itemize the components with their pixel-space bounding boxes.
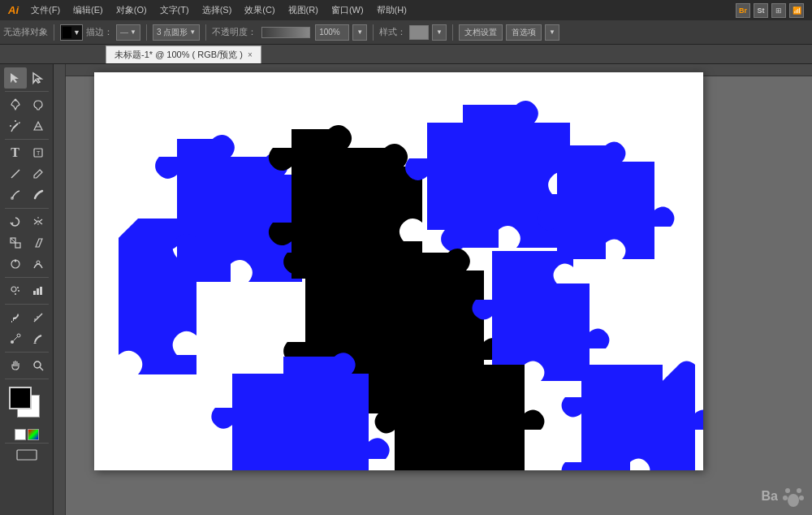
menu-help[interactable]: 帮助(H) <box>371 2 412 18</box>
menu-effect[interactable]: 效果(C) <box>239 2 280 18</box>
menu-object[interactable]: 对象(O) <box>110 2 153 18</box>
gradient-swatch[interactable] <box>28 429 39 440</box>
svg-point-17 <box>11 287 16 292</box>
rotate-tool[interactable] <box>4 211 27 232</box>
screen-mode-button[interactable] <box>9 446 45 464</box>
text-tool[interactable]: T <box>4 142 27 163</box>
measure-tool[interactable] <box>27 307 50 328</box>
svg-line-30 <box>40 367 43 370</box>
doc-settings-button[interactable]: 文档设置 <box>459 24 503 41</box>
toolbar-sep-5 <box>452 24 453 41</box>
menu-file[interactable]: 文件(F) <box>25 2 66 18</box>
stroke-style-dropdown[interactable]: — ▼ <box>116 24 140 41</box>
touch-type-tool[interactable]: T <box>27 142 50 163</box>
tool-row-9 <box>4 253 50 275</box>
toolbar-sep-2 <box>146 24 147 41</box>
artwork-svg: .blue-piece { fill: #1a1aff; } .black-pi… <box>94 72 703 470</box>
magic-wand-tool[interactable] <box>4 115 27 136</box>
chevron-down-icon-2: ▼ <box>189 28 196 36</box>
opacity-input[interactable] <box>315 24 349 41</box>
svg-point-33 <box>785 488 790 493</box>
opacity-bar <box>261 27 310 38</box>
brush-tool[interactable] <box>4 184 27 206</box>
column-graph-tool[interactable] <box>27 280 50 301</box>
tool-row-10 <box>4 280 50 301</box>
more-options-dropdown[interactable]: ▼ <box>545 24 559 41</box>
app-logo: Ai <box>3 4 24 16</box>
pen-add-tool[interactable] <box>27 115 50 136</box>
tab-close-button[interactable]: × <box>248 50 253 59</box>
opacity-label: 不透明度： <box>212 26 257 38</box>
width-tool[interactable] <box>27 253 50 275</box>
workspace-icon[interactable]: ⊞ <box>771 3 786 18</box>
svg-rect-21 <box>33 291 36 295</box>
bridge-icon[interactable]: Br <box>736 3 750 18</box>
menu-window[interactable]: 窗口(W) <box>326 2 369 18</box>
svg-text:T: T <box>37 150 41 156</box>
pen-tool[interactable] <box>4 94 27 115</box>
toolbar-sep-4 <box>373 24 374 41</box>
reflect-tool[interactable] <box>27 211 50 232</box>
opacity-more-dropdown[interactable]: ▼ <box>352 24 367 41</box>
svg-line-13 <box>11 238 15 243</box>
left-toolbar: T T <box>0 64 54 515</box>
scale-tool[interactable] <box>4 232 27 253</box>
menu-text[interactable]: 文字(T) <box>154 2 195 18</box>
svg-point-28 <box>17 334 20 337</box>
tool-sep-8 <box>5 443 49 444</box>
toolbar: 无选择对象 ▼ 描边： — ▼ 3 点圆形 ▼ 不透明度： ▼ 样式： ▼ 文档… <box>0 20 812 45</box>
signal-icon[interactable]: 📶 <box>789 3 804 18</box>
svg-point-37 <box>788 494 799 507</box>
stock-icon[interactable]: St <box>754 3 768 18</box>
tool-row-4: T T <box>4 142 50 163</box>
blob-brush-tool[interactable] <box>27 184 50 206</box>
tool-sep-7 <box>5 379 49 379</box>
document-tab[interactable]: 未标题-1* @ 100% ( RGB/预览 ) × <box>106 45 261 63</box>
preferences-button[interactable]: 首选项 <box>506 24 542 41</box>
blend-tool[interactable] <box>4 328 27 349</box>
shear-tool[interactable] <box>27 232 50 253</box>
svg-point-35 <box>783 496 788 500</box>
point-type-dropdown[interactable]: 3 点圆形 ▼ <box>153 24 200 41</box>
tool-row-2 <box>4 94 50 115</box>
svg-line-24 <box>34 314 42 322</box>
watermark: Ba <box>762 484 806 509</box>
select-tool[interactable] <box>4 67 27 89</box>
tool-row-5 <box>4 163 50 184</box>
svg-point-20 <box>15 293 16 295</box>
tool-row-6 <box>4 184 50 206</box>
tool-sep-4 <box>5 277 49 278</box>
svg-line-7 <box>11 170 19 178</box>
hand-tool[interactable] <box>4 355 27 376</box>
foreground-color-swatch[interactable] <box>9 387 32 409</box>
direct-select-tool[interactable] <box>27 67 50 89</box>
small-swatches-row <box>15 429 39 440</box>
canvas-area: .blue-piece { fill: #1a1aff; } .black-pi… <box>54 64 812 515</box>
tool-row-1 <box>4 67 50 89</box>
main-area: T T <box>0 64 812 515</box>
stroke-swatch[interactable]: ▼ <box>60 24 83 41</box>
symbol-sprayer-tool[interactable] <box>4 280 27 301</box>
lasso-tool[interactable] <box>27 94 50 115</box>
puppet-warp-tool[interactable] <box>4 253 27 275</box>
doc-tab-title: 未标题-1* @ 100% ( RGB/预览 ) <box>114 49 243 61</box>
style-swatch[interactable] <box>409 25 429 40</box>
chevron-down-icon-3: ▼ <box>356 28 363 36</box>
tool-row-13 <box>4 355 50 376</box>
style-dropdown[interactable]: ▼ <box>432 24 447 41</box>
eyedropper-tool[interactable] <box>4 307 27 328</box>
zoom-tool[interactable] <box>27 355 50 376</box>
menu-edit[interactable]: 编辑(E) <box>67 2 109 18</box>
color-swatches[interactable] <box>9 387 45 422</box>
menu-view[interactable]: 视图(R) <box>283 2 324 18</box>
tool-sep-1 <box>5 91 49 92</box>
svg-point-36 <box>799 496 804 500</box>
pencil-tool[interactable] <box>27 163 50 184</box>
menu-select[interactable]: 选择(S) <box>197 2 238 18</box>
line-tool[interactable] <box>4 163 27 184</box>
chevron-down-icon-4: ▼ <box>436 28 443 36</box>
toolbar-sep-3 <box>205 24 206 41</box>
live-paint-tool[interactable] <box>27 328 50 349</box>
none-swatch[interactable] <box>15 429 26 440</box>
svg-point-9 <box>11 197 14 200</box>
